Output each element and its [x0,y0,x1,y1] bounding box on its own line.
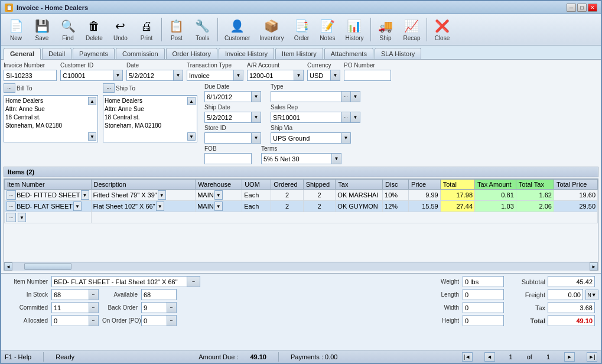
post-button[interactable]: 📋 Post [164,16,189,43]
row2-wh-dropdown[interactable]: ▼ [214,202,223,211]
nav-first[interactable]: |◄ [462,352,473,362]
width-input[interactable] [463,302,504,313]
bill-to-ellipsis[interactable]: ··· [4,83,15,93]
due-date-input[interactable] [204,91,252,102]
customer-id-input[interactable] [60,70,113,81]
tab-item-history[interactable]: Item History [275,48,323,59]
customer-id-dropdown[interactable]: ▼ [113,70,123,81]
find-button[interactable]: 🔍 Find [56,16,80,43]
recap-button[interactable]: 📈 Recap [399,16,425,43]
back-order-input[interactable] [141,302,167,313]
minimize-button[interactable]: ─ [567,4,576,12]
transaction-type-dropdown[interactable]: ▼ [234,70,243,81]
back-order-btn[interactable]: ··· [167,302,177,313]
in-stock-btn[interactable]: ··· [89,289,99,300]
history-button[interactable]: 📊 History [341,16,367,43]
sales-rep-dropdown[interactable]: ▼ [351,112,360,123]
item-number-input[interactable] [51,276,187,287]
length-input[interactable] [463,289,504,300]
ar-account-input[interactable] [247,70,294,81]
height-input[interactable] [463,315,504,326]
type-dropdown[interactable]: ▼ [351,91,360,102]
new-row-dropdown[interactable]: ▼ [18,213,26,222]
tab-general[interactable]: General [4,48,41,60]
store-id-input[interactable] [204,132,252,144]
table-row-empty[interactable]: ··· ▼ [5,212,598,223]
ship-via-input[interactable] [271,132,341,144]
item-number-btn[interactable]: ··· [187,276,200,287]
row2-desc-dropdown[interactable]: ▼ [156,202,164,211]
scrollbar-thumb[interactable] [24,263,71,270]
ship-date-input[interactable] [204,112,252,123]
nav-last[interactable]: ►| [587,352,597,362]
customer-button[interactable]: 👤 Customer [220,16,254,43]
maximize-button[interactable]: □ [577,4,587,12]
order-button[interactable]: 📑 Order [289,16,314,43]
store-id-dropdown[interactable]: ▼ [252,132,261,144]
ship-to-ellipsis[interactable]: ··· [103,83,115,93]
freight-dropdown[interactable]: N▼ [585,290,598,300]
invoice-number-input[interactable] [4,70,57,81]
row2-ellipsis[interactable]: ··· [6,202,16,211]
due-date-dropdown[interactable]: ▼ [252,91,261,102]
tools-button[interactable]: 🔧 Tools [190,16,215,43]
scroll-left[interactable]: ◄ [4,262,12,271]
ar-account-dropdown[interactable]: ▼ [294,70,304,81]
delete-button[interactable]: 🗑 Delete [82,16,107,43]
nav-next[interactable]: ► [564,352,575,362]
on-order-input[interactable] [141,315,167,326]
bill-to-scroll-up[interactable]: ▲ [88,97,96,105]
tab-detail[interactable]: Detail [42,48,71,59]
in-stock-input[interactable] [51,289,89,300]
table-row[interactable]: ··· BED- FLAT SHEET ▼ Flat Sheet 102" X … [5,201,598,212]
ship-to-scroll-down[interactable]: ▼ [187,132,196,141]
row1-dropdown[interactable]: ▼ [81,190,89,200]
allocated-input[interactable] [51,315,89,326]
terms-input[interactable] [261,153,332,164]
allocated-btn[interactable]: ··· [89,315,99,326]
transaction-type-input[interactable] [187,70,234,81]
sales-rep-input[interactable] [271,112,341,123]
row1-wh-dropdown[interactable]: ▼ [214,190,223,200]
available-input[interactable] [141,289,177,300]
horizontal-scrollbar[interactable]: ◄ ► [4,262,598,271]
tab-commission[interactable]: Commission [116,48,165,59]
currency-input[interactable] [307,70,331,81]
ship-button[interactable]: 🚚 Ship [373,16,398,43]
type-input[interactable] [271,91,341,102]
bill-to-scroll-down[interactable]: ▼ [88,132,96,141]
on-order-btn[interactable]: ··· [167,315,177,326]
tab-attachments[interactable]: Attachments [324,48,373,59]
fob-input[interactable] [204,153,252,164]
row1-desc-dropdown[interactable]: ▼ [158,190,166,200]
row1-ellipsis[interactable]: ··· [6,190,16,200]
new-button[interactable]: 📄 New [4,16,28,43]
new-row-ellipsis[interactable]: ··· [6,213,16,222]
notes-button[interactable]: 📝 Notes [315,16,340,43]
tab-order-history[interactable]: Order History [166,48,217,59]
ship-to-scroll-up[interactable]: ▲ [187,97,196,105]
undo-button[interactable]: ↩ Undo [108,16,133,43]
committed-btn[interactable]: ··· [89,302,99,313]
tab-payments[interactable]: Payments [73,48,115,59]
weight-input[interactable] [463,276,504,287]
close-button[interactable]: ❌ Close [429,16,454,43]
freight-value[interactable] [548,289,583,300]
date-input[interactable] [126,70,174,81]
table-row[interactable]: ··· BED- FITTED SHEET ▼ Fitted Sheet 79"… [5,190,598,201]
ship-via-dropdown[interactable]: ▼ [341,132,351,144]
currency-dropdown[interactable]: ▼ [331,70,340,81]
close-window-button[interactable]: ✕ [588,4,597,12]
sales-rep-ellipsis[interactable]: ··· [341,112,351,123]
scroll-right[interactable]: ► [590,262,598,271]
tab-sla-history[interactable]: SLA History [375,48,421,59]
tab-invoice-history[interactable]: Invoice History [219,48,274,59]
items-table-container[interactable]: Item Number Description Warehouse UOM Or… [4,178,598,262]
type-ellipsis[interactable]: ··· [341,91,351,102]
print-button[interactable]: 🖨 Print [134,16,159,43]
nav-prev[interactable]: ◄ [484,352,495,362]
terms-dropdown[interactable]: ▼ [332,153,341,164]
committed-input[interactable] [51,302,89,313]
inventory-button[interactable]: 📦 Inventory [255,16,288,43]
po-number-input[interactable] [344,70,391,81]
